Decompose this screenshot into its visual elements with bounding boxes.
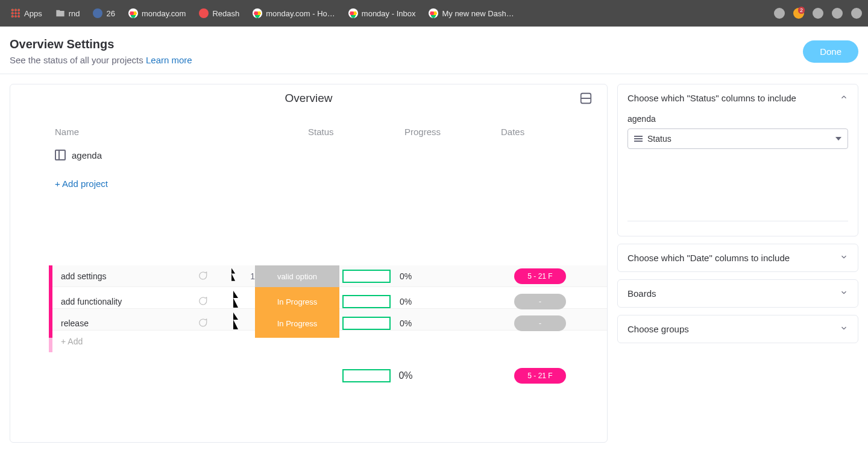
task-row[interactable]: add settings 1 valid option 0% 5 - 21 F xyxy=(49,265,608,287)
bookmark-redash-label: Redash xyxy=(212,9,239,18)
status-cell[interactable]: In Progress xyxy=(255,309,339,338)
chevron-down-icon xyxy=(840,324,848,334)
task-name[interactable]: add settings xyxy=(52,271,197,281)
section-boards-header[interactable]: Boards xyxy=(618,280,858,307)
done-button[interactable]: Done xyxy=(803,40,858,63)
ext-badge-count: 2 xyxy=(798,7,805,14)
section-groups-title: Choose groups xyxy=(627,324,689,334)
board-icon xyxy=(55,150,66,160)
monday-icon xyxy=(128,8,138,18)
progress-percent: 0% xyxy=(394,297,418,306)
list-icon xyxy=(634,136,643,142)
column-headers: Name Status Progress Dates xyxy=(10,110,607,142)
section-status-title: Choose which "Status" columns to include xyxy=(627,93,796,103)
content: Overview Name Status Progress Dates agen… xyxy=(0,74,868,452)
header-name: Name xyxy=(55,127,308,137)
progress-box xyxy=(342,317,391,330)
summary-date-pill: 5 - 21 F xyxy=(514,368,566,384)
browser-bookmark-bar: Apps rnd 26 monday.com Redash monday.com… xyxy=(0,0,868,27)
progress-box xyxy=(342,295,391,308)
triangle-down-icon xyxy=(835,137,841,141)
bookmark-monday-ho-label: monday.com - Ho… xyxy=(266,9,335,18)
task-row[interactable]: add functionality In Progress 0% - xyxy=(49,287,608,309)
settings-side-panel: Choose which "Status" columns to include… xyxy=(617,84,858,443)
chat-icon[interactable] xyxy=(197,296,226,308)
ext-icon[interactable] xyxy=(774,8,785,19)
chevron-up-icon xyxy=(840,93,848,103)
status-board-label: agenda xyxy=(627,114,848,124)
monday-icon xyxy=(348,8,358,18)
summary-percent: 0% xyxy=(394,370,418,381)
section-status-columns: Choose which "Status" columns to include… xyxy=(617,84,858,236)
header-status: Status xyxy=(308,127,404,137)
bookmark-26[interactable]: 26 xyxy=(88,6,119,21)
chevron-down-icon xyxy=(840,253,848,263)
monday-icon xyxy=(429,8,438,18)
summary-row: 0% 5 - 21 F xyxy=(49,363,608,388)
bookmark-monday[interactable]: monday.com xyxy=(124,6,190,21)
progress-box xyxy=(342,270,391,283)
overview-title: Overview xyxy=(285,92,332,104)
board-rows: add settings 1 valid option 0% 5 - 21 F … xyxy=(49,265,608,388)
bookmark-folder-rnd[interactable]: rnd xyxy=(51,6,85,21)
chat-icon[interactable] xyxy=(197,317,226,330)
bookmark-dash[interactable]: My new new Dash… xyxy=(424,6,518,21)
status-select-value: Status xyxy=(647,134,671,144)
ext-icon[interactable] xyxy=(813,8,823,19)
section-boards-title: Boards xyxy=(627,288,656,299)
header-progress: Progress xyxy=(404,127,501,137)
page-title: Overview Settings xyxy=(10,37,192,51)
page-subtitle-text: See the status of all your projects xyxy=(10,55,146,65)
header-dates: Dates xyxy=(501,127,597,137)
bookmark-redash[interactable]: Redash xyxy=(194,6,244,21)
board-agenda-row[interactable]: agenda xyxy=(10,142,607,168)
monday-icon xyxy=(253,8,262,18)
ext-badge-icon[interactable]: 2 xyxy=(793,8,804,19)
board-name: agenda xyxy=(72,150,102,160)
task-name[interactable]: add functionality xyxy=(52,297,197,306)
bookmark-monday-ho[interactable]: monday.com - Ho… xyxy=(248,6,340,21)
chevron-down-icon xyxy=(840,288,848,299)
summary-progress-box xyxy=(342,369,391,382)
bookmark-monday-inbox[interactable]: monday - Inbox xyxy=(344,6,421,21)
section-date-title: Choose which "Date" columns to include xyxy=(627,253,790,263)
browser-top-right: 2 xyxy=(774,8,862,19)
page-header: Overview Settings See the status of all … xyxy=(0,27,868,74)
subitems-cell[interactable]: 1 xyxy=(226,265,255,287)
overview-panel: Overview Name Status Progress Dates agen… xyxy=(10,84,608,443)
status-cell[interactable]: valid option xyxy=(255,265,339,287)
apps-icon xyxy=(11,8,20,18)
status-column-select[interactable]: Status xyxy=(627,128,848,149)
bookmark-rnd-label: rnd xyxy=(69,9,80,18)
globe-icon xyxy=(93,8,102,18)
add-project-button[interactable]: + Add project xyxy=(10,168,607,200)
section-date-columns: Choose which "Date" columns to include xyxy=(617,244,858,272)
date-pill[interactable]: - xyxy=(514,315,566,331)
date-pill[interactable]: - xyxy=(514,294,566,309)
layout-icon[interactable] xyxy=(579,92,593,105)
folder-icon xyxy=(55,8,65,18)
learn-more-link[interactable]: Learn more xyxy=(146,55,192,65)
task-row[interactable]: release In Progress 0% - xyxy=(49,309,608,331)
section-groups-header[interactable]: Choose groups xyxy=(618,315,858,343)
progress-percent: 0% xyxy=(394,318,418,328)
bookmark-monday-label: monday.com xyxy=(142,9,186,18)
ext-icon[interactable] xyxy=(832,8,843,19)
chat-icon[interactable] xyxy=(197,270,226,283)
ext-icon[interactable] xyxy=(851,8,862,19)
bookmark-dash-label: My new new Dash… xyxy=(442,9,514,18)
subitems-cell[interactable] xyxy=(226,309,255,338)
task-name[interactable]: release xyxy=(52,318,197,328)
bookmark-apps-label: Apps xyxy=(24,9,42,18)
progress-percent: 0% xyxy=(394,271,418,281)
date-pill[interactable]: 5 - 21 F xyxy=(514,268,566,284)
redash-icon xyxy=(199,8,209,18)
section-boards: Boards xyxy=(617,279,858,308)
bookmark-apps[interactable]: Apps xyxy=(6,6,47,21)
page-subtitle: See the status of all your projects Lear… xyxy=(10,55,192,65)
section-date-header[interactable]: Choose which "Date" columns to include xyxy=(618,244,858,271)
section-status-header[interactable]: Choose which "Status" columns to include xyxy=(618,84,858,112)
bookmark-26-label: 26 xyxy=(106,9,115,18)
bookmark-monday-inbox-label: monday - Inbox xyxy=(362,9,416,18)
subitems-count: 1 xyxy=(250,271,255,281)
